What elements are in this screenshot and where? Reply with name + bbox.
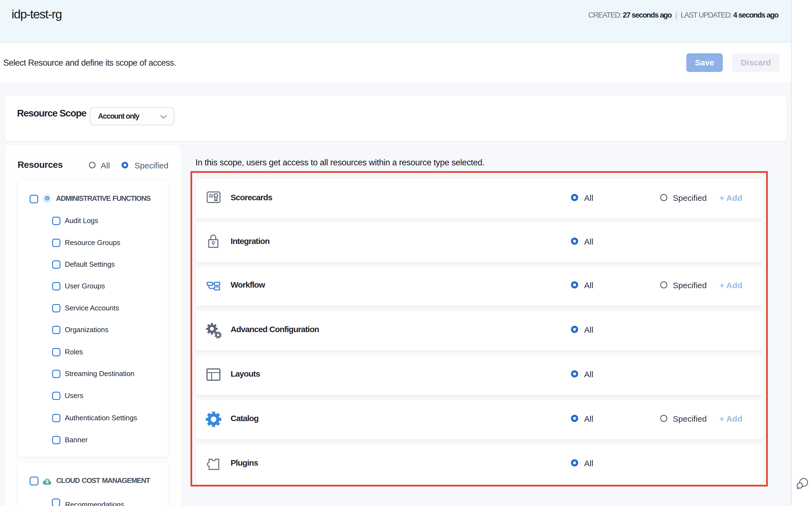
svg-text:$: $ (45, 479, 48, 485)
